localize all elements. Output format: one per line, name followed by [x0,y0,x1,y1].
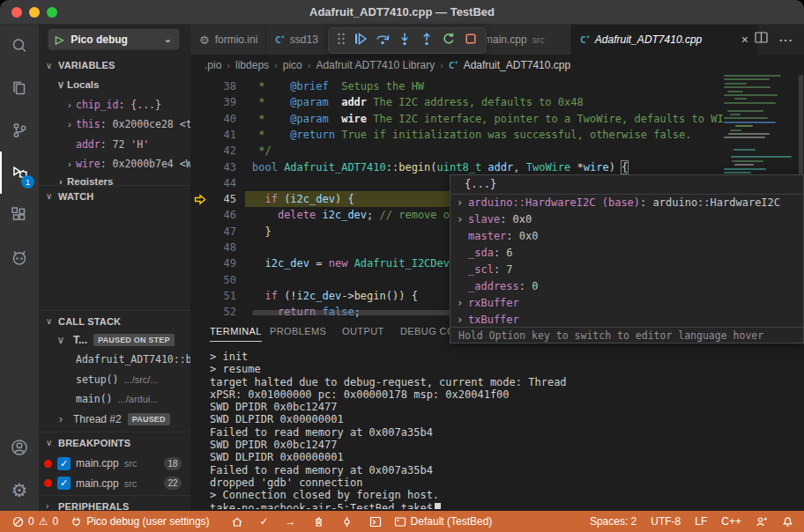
continue-icon[interactable] [354,32,368,49]
toolbar-drag-handle[interactable] [337,32,346,49]
language-mode-status[interactable]: C++ [721,515,741,528]
code-line-43[interactable]: 43bool Adafruit_ADT7410::begin(uint8_t a… [190,159,804,176]
code-text: i2c_dev = new Adafruit_I2CDevi [252,255,456,271]
pio-terminal-icon[interactable] [369,516,382,528]
terminal-output[interactable]: > init> resumetarget halted due to debug… [210,351,800,509]
hover-row-txBuffer[interactable]: ›txBuffer [450,312,803,327]
locals-scope[interactable]: ∨ Locals [39,75,190,94]
breakpoints-section-header[interactable]: ∨ BREAKPOINTS [39,432,190,453]
tab-formio-ini[interactable]: ⚙ formio.ini [190,25,266,55]
panel-tab-terminal[interactable]: TERMINAL [210,326,262,342]
pio-upload-icon[interactable]: → [286,515,296,528]
run-and-debug-icon[interactable]: 1 [0,151,39,194]
call-stack-section-header[interactable]: ∨ CALL STACK [39,310,190,331]
restart-icon[interactable] [442,32,456,49]
tab-bar: ⚙ formio.ini C+ ssd13 main.cpp src C+ Ad… [190,25,804,55]
code-text: if (!i2c_dev->begin()) { [252,288,418,304]
terminal-line: SWD DPIDR 0x0bc12477 [210,439,800,451]
terminal-line: xPSR: 0x01000000 pc: 0x00000178 msp: 0x2… [210,388,800,401]
panel-tab-output[interactable]: OUTPUT [342,326,384,336]
pio-build-icon[interactable]: ✓ [260,515,269,528]
minimize-window-button[interactable] [29,7,40,18]
hover-row-_sda[interactable]: _sda: 6 [450,245,803,262]
hover-row-_address[interactable]: _address: 0 [450,278,803,295]
panel-tab-problems[interactable]: PROBLEMS [270,326,326,336]
problems-status[interactable]: 0 ⚠ 0 [12,515,58,528]
hover-row-_scl[interactable]: _scl: 7 [450,262,803,278]
hover-row-slave[interactable]: ›slave: 0x0 [450,211,803,228]
minimap-line [724,86,770,88]
line-number: 39 [190,94,236,110]
pio-clean-icon[interactable] [313,516,324,528]
code-line-38[interactable]: 38 * @brief Setups the HW [190,78,804,95]
thread-1-row[interactable]: ∨ T... PAUSED ON STEP [39,330,190,350]
code-line-40[interactable]: 40 * @param wire The I2C interface, poin… [190,111,804,128]
minimap-line [724,94,778,96]
minimap-line [727,110,763,112]
debug-plug-icon [71,516,82,528]
start-debug-icon[interactable]: ▷ [56,33,63,46]
variable-addr[interactable]: addr: 72 'H' [39,135,190,154]
variable-this[interactable]: ›this: 0x2000ce28 <t… [39,115,190,134]
variable-wire[interactable]: ›wire: 0x2000b7e4 <W… [39,154,190,174]
paused-on-step-badge: PAUSED ON STEP [93,334,175,346]
hover-row-master[interactable]: master: 0x0 [450,228,803,245]
peripherals-section-header[interactable]: › PERIPHERALS [39,495,190,511]
platformio-icon[interactable] [0,236,39,278]
hover-row-arduino-HardwareI2C-base-[interactable]: ›arduino::HardwareI2C (base): arduino::H… [450,195,803,211]
settings-gear-icon[interactable]: ⚙ [0,469,39,511]
step-out-icon[interactable] [420,32,434,49]
step-over-icon[interactable] [376,32,390,49]
minimap-line [735,125,753,127]
more-actions-icon[interactable]: ··· [779,33,793,47]
cpp-file-icon: C+ [275,33,285,46]
terminal-line: Failed to read memory at 0x007a35b4 [210,464,800,477]
code-text: * @param addr The I2C address, defaults … [252,94,584,110]
indentation-status[interactable]: Spaces: 2 [590,515,636,528]
search-icon[interactable] [0,25,39,67]
breadcrumb-item[interactable]: Adafruit_ADT7410.cpp [464,59,570,71]
close-window-button[interactable] [11,7,22,18]
thread-2-row[interactable]: › Thread #2 PAUSED [39,410,190,429]
editor-area: ⚙ formio.ini C+ ssd13 main.cpp src C+ Ad… [190,25,804,511]
watch-section-header[interactable]: ∨ WATCH [39,185,190,206]
debug-config-status[interactable]: Pico debug (user settings) [71,515,209,528]
code-line-39[interactable]: 39 * @param addr The I2C address, defaul… [190,94,804,111]
breadcrumb-item[interactable]: .pio [205,59,221,71]
pio-home-icon[interactable] [231,516,243,528]
notifications-bell-icon[interactable] [782,516,793,528]
breakpoint-checkbox[interactable]: ✓ [57,457,71,470]
breadcrumb-item[interactable]: Adafruit ADT7410 Library [316,59,435,71]
breakpoint-checkbox[interactable]: ✓ [57,477,71,490]
stack-frame[interactable]: main().../ardui... [39,389,190,409]
variables-section-header[interactable]: ∨ VARIABLES [39,55,190,76]
breadcrumb-item[interactable]: pico [283,59,302,71]
encoding-status[interactable]: UTF-8 [651,515,681,528]
breadcrumb-item[interactable]: libdeps [235,59,269,71]
stop-icon[interactable] [464,32,478,49]
stack-frame[interactable]: Adafruit_ADT7410::be [39,350,190,369]
extensions-icon[interactable] [0,194,39,236]
tab-adafruit-adt7410-cpp[interactable]: C+ Adafruit_ADT7410.cpp × [571,25,758,55]
split-editor-icon[interactable] [755,32,769,48]
minimap-line [734,164,754,166]
project-env-status[interactable]: Default (TestBed) [394,515,493,528]
debug-config-dropdown[interactable]: ▷ Pico debug ⌄ [48,28,180,50]
code-line-41[interactable]: 41 * @return True if initialization was … [190,127,804,144]
minimap-line [728,133,770,135]
source-control-icon[interactable] [0,109,39,151]
account-icon[interactable] [0,426,39,469]
breakpoint-row[interactable]: ✓main.cppsrc22 [39,474,190,493]
feedback-icon[interactable] [756,516,768,528]
pio-serial-monitor-icon[interactable] [341,516,353,528]
variable-chip_id[interactable]: ›chip_id: {...} [39,95,190,115]
step-into-icon[interactable] [398,32,412,49]
explorer-icon[interactable] [0,67,39,109]
hover-row-rxBuffer[interactable]: ›rxBuffer [450,295,803,312]
debug-sidebar: ▷ Pico debug ⌄ ∨ VARIABLES ∨ Locals ›chi… [39,25,190,511]
breakpoint-row[interactable]: ✓main.cppsrc18 [39,454,190,473]
eol-status[interactable]: LF [695,515,707,528]
stack-frame[interactable]: setup().../src/... [39,370,190,389]
zoom-window-button[interactable] [47,7,57,18]
code-line-42[interactable]: 42 */ [190,143,804,159]
